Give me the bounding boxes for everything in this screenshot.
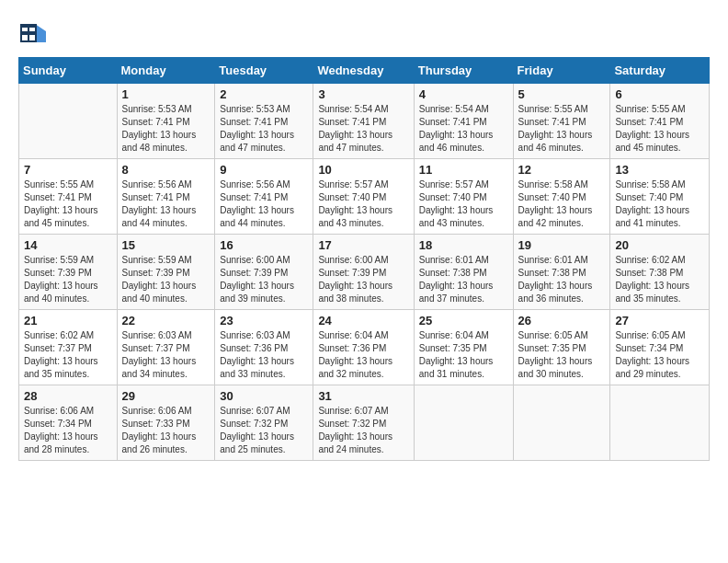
day-number: 18 [419,238,508,252]
day-number: 23 [220,314,308,327]
day-info: Sunrise: 6:01 AMSunset: 7:38 PMDaylight:… [419,254,508,305]
day-number: 11 [419,163,508,177]
day-info: Sunrise: 5:53 AMSunset: 7:41 PMDaylight:… [220,103,308,155]
calendar-table: SundayMondayTuesdayWednesdayThursdayFrid… [18,57,710,461]
day-info: Sunrise: 5:56 AMSunset: 7:41 PMDaylight:… [122,178,210,230]
calendar-week-row: 28Sunrise: 6:06 AMSunset: 7:34 PMDayligh… [19,385,710,461]
day-info: Sunrise: 6:07 AMSunset: 7:32 PMDaylight:… [220,405,308,456]
calendar-cell: 14Sunrise: 5:59 AMSunset: 7:39 PMDayligh… [19,235,118,310]
calendar-cell: 16Sunrise: 6:00 AMSunset: 7:39 PMDayligh… [215,235,313,310]
weekday-header-row: SundayMondayTuesdayWednesdayThursdayFrid… [19,58,710,84]
calendar-cell [19,84,118,159]
day-info: Sunrise: 6:04 AMSunset: 7:35 PMDaylight:… [419,329,508,381]
calendar-cell: 12Sunrise: 5:58 AMSunset: 7:40 PMDayligh… [513,159,610,235]
day-number: 24 [318,314,408,327]
calendar-cell: 21Sunrise: 6:02 AMSunset: 7:37 PMDayligh… [19,310,118,385]
calendar-cell: 15Sunrise: 5:59 AMSunset: 7:39 PMDayligh… [117,235,215,310]
weekday-header: Friday [513,58,610,84]
calendar-cell: 23Sunrise: 6:03 AMSunset: 7:36 PMDayligh… [215,310,313,385]
day-info: Sunrise: 6:02 AMSunset: 7:38 PMDaylight:… [615,254,704,305]
day-number: 26 [518,314,606,327]
day-info: Sunrise: 6:06 AMSunset: 7:34 PMDaylight:… [24,405,112,456]
day-number: 7 [24,163,112,177]
day-number: 8 [122,163,210,177]
svg-rect-5 [22,35,28,40]
calendar-cell: 30Sunrise: 6:07 AMSunset: 7:32 PMDayligh… [215,385,313,461]
header [18,18,710,48]
calendar-cell: 26Sunrise: 6:05 AMSunset: 7:35 PMDayligh… [513,310,610,385]
day-info: Sunrise: 6:03 AMSunset: 7:36 PMDaylight:… [220,329,308,381]
day-info: Sunrise: 5:59 AMSunset: 7:39 PMDaylight:… [24,254,112,305]
day-number: 27 [615,314,704,327]
weekday-header: Monday [117,58,215,84]
logo [18,18,51,48]
day-info: Sunrise: 6:05 AMSunset: 7:35 PMDaylight:… [518,329,606,381]
calendar-cell: 18Sunrise: 6:01 AMSunset: 7:38 PMDayligh… [414,235,513,310]
logo-icon [18,18,48,48]
svg-rect-6 [29,35,35,40]
day-info: Sunrise: 5:58 AMSunset: 7:40 PMDaylight:… [518,178,606,230]
day-number: 10 [318,163,408,177]
calendar-cell [610,385,710,461]
day-number: 5 [518,87,606,101]
day-number: 30 [220,389,308,403]
calendar-cell: 28Sunrise: 6:06 AMSunset: 7:34 PMDayligh… [19,385,118,461]
calendar-cell: 1Sunrise: 5:53 AMSunset: 7:41 PMDaylight… [117,84,215,159]
day-number: 29 [122,389,210,403]
svg-rect-3 [22,28,28,31]
weekday-header: Thursday [414,58,513,84]
calendar-week-row: 21Sunrise: 6:02 AMSunset: 7:37 PMDayligh… [19,310,710,385]
day-info: Sunrise: 6:01 AMSunset: 7:38 PMDaylight:… [518,254,606,305]
day-number: 14 [24,238,112,252]
calendar-cell: 9Sunrise: 5:56 AMSunset: 7:41 PMDaylight… [215,159,313,235]
day-number: 6 [615,87,704,101]
calendar-week-row: 1Sunrise: 5:53 AMSunset: 7:41 PMDaylight… [19,84,710,159]
day-info: Sunrise: 5:55 AMSunset: 7:41 PMDaylight:… [518,103,606,155]
calendar-cell: 11Sunrise: 5:57 AMSunset: 7:40 PMDayligh… [414,159,513,235]
day-info: Sunrise: 5:56 AMSunset: 7:41 PMDaylight:… [220,178,308,230]
day-number: 17 [318,238,408,252]
day-info: Sunrise: 5:55 AMSunset: 7:41 PMDaylight:… [615,103,704,155]
day-number: 16 [220,238,308,252]
calendar-cell: 4Sunrise: 5:54 AMSunset: 7:41 PMDaylight… [414,84,513,159]
calendar-cell: 31Sunrise: 6:07 AMSunset: 7:32 PMDayligh… [313,385,414,461]
calendar-cell: 2Sunrise: 5:53 AMSunset: 7:41 PMDaylight… [215,84,313,159]
day-info: Sunrise: 5:57 AMSunset: 7:40 PMDaylight:… [318,178,408,230]
day-info: Sunrise: 6:02 AMSunset: 7:37 PMDaylight:… [24,329,112,381]
svg-rect-4 [29,28,35,31]
day-number: 28 [24,389,112,403]
day-number: 4 [419,87,508,101]
day-info: Sunrise: 6:05 AMSunset: 7:34 PMDaylight:… [615,329,704,381]
day-info: Sunrise: 5:54 AMSunset: 7:41 PMDaylight:… [318,103,408,155]
day-info: Sunrise: 5:55 AMSunset: 7:41 PMDaylight:… [24,178,112,230]
day-info: Sunrise: 6:00 AMSunset: 7:39 PMDaylight:… [220,254,308,305]
calendar-cell: 13Sunrise: 5:58 AMSunset: 7:40 PMDayligh… [610,159,710,235]
day-info: Sunrise: 6:07 AMSunset: 7:32 PMDaylight:… [318,405,408,456]
day-number: 19 [518,238,606,252]
calendar-cell [414,385,513,461]
calendar-cell: 17Sunrise: 6:00 AMSunset: 7:39 PMDayligh… [313,235,414,310]
calendar-cell: 22Sunrise: 6:03 AMSunset: 7:37 PMDayligh… [117,310,215,385]
day-number: 2 [220,87,308,101]
calendar-cell: 20Sunrise: 6:02 AMSunset: 7:38 PMDayligh… [610,235,710,310]
calendar-cell: 29Sunrise: 6:06 AMSunset: 7:33 PMDayligh… [117,385,215,461]
calendar-week-row: 14Sunrise: 5:59 AMSunset: 7:39 PMDayligh… [19,235,710,310]
calendar-cell: 5Sunrise: 5:55 AMSunset: 7:41 PMDaylight… [513,84,610,159]
weekday-header: Wednesday [313,58,414,84]
calendar-cell [513,385,610,461]
day-info: Sunrise: 6:06 AMSunset: 7:33 PMDaylight:… [122,405,210,456]
day-info: Sunrise: 5:57 AMSunset: 7:40 PMDaylight:… [419,178,508,230]
day-number: 3 [318,87,408,101]
day-number: 15 [122,238,210,252]
day-info: Sunrise: 5:59 AMSunset: 7:39 PMDaylight:… [122,254,210,305]
day-number: 25 [419,314,508,327]
day-info: Sunrise: 5:54 AMSunset: 7:41 PMDaylight:… [419,103,508,155]
day-info: Sunrise: 5:53 AMSunset: 7:41 PMDaylight:… [122,103,210,155]
day-number: 1 [122,87,210,101]
weekday-header: Saturday [610,58,710,84]
calendar-cell: 8Sunrise: 5:56 AMSunset: 7:41 PMDaylight… [117,159,215,235]
calendar-cell: 27Sunrise: 6:05 AMSunset: 7:34 PMDayligh… [610,310,710,385]
day-number: 9 [220,163,308,177]
day-info: Sunrise: 6:04 AMSunset: 7:36 PMDaylight:… [318,329,408,381]
calendar-week-row: 7Sunrise: 5:55 AMSunset: 7:41 PMDaylight… [19,159,710,235]
